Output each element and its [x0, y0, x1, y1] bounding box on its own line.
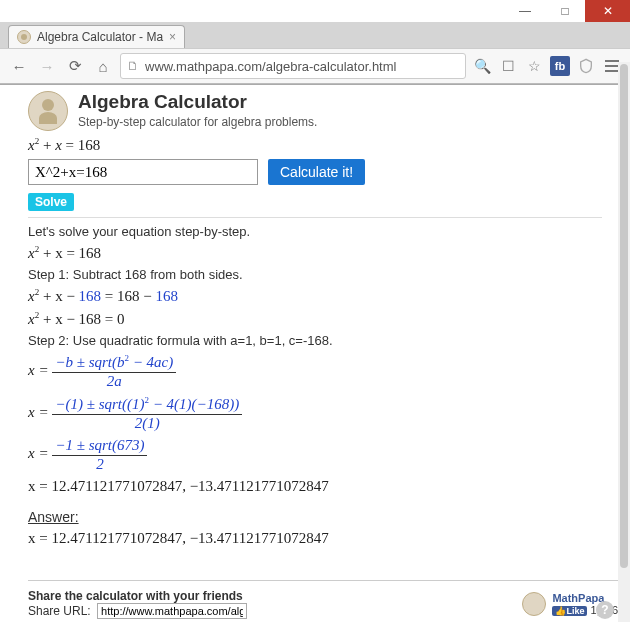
- titlebar: — □ ✕: [0, 0, 630, 22]
- dropdown-icon[interactable]: ☐: [498, 56, 518, 76]
- divider: [28, 217, 602, 218]
- eq-step-1: x2 + x = 168: [28, 244, 602, 262]
- facebook-extension-icon[interactable]: fb: [550, 56, 570, 76]
- like-button[interactable]: 👍Like: [552, 606, 587, 616]
- url-text: www.mathpapa.com/algebra-calculator.html: [145, 59, 459, 74]
- footer: Share the calculator with your friends S…: [28, 580, 618, 622]
- result: x = 12.471121771072847, −13.471121771072…: [28, 478, 602, 495]
- step1-label: Step 1: Subtract 168 from both sides.: [28, 267, 602, 282]
- share-block: Share the calculator with your friends S…: [28, 589, 247, 619]
- minimize-button[interactable]: —: [505, 0, 545, 22]
- calculate-button[interactable]: Calculate it!: [268, 159, 365, 185]
- equation-input[interactable]: [28, 159, 258, 185]
- solve-badge[interactable]: Solve: [28, 193, 74, 211]
- mathpapa-avatar-icon: [522, 592, 546, 616]
- browser-tab[interactable]: Algebra Calculator - Ma ×: [8, 25, 185, 48]
- eq-step-3: x2 + x − 168 = 0: [28, 310, 602, 328]
- step2-label: Step 2: Use quadratic formula with a=1, …: [28, 333, 602, 348]
- quadratic-formula: x = −b ± sqrt(b2 − 4ac)2a: [28, 353, 602, 390]
- share-url-input[interactable]: [97, 603, 247, 619]
- star-icon[interactable]: ☆: [524, 56, 544, 76]
- close-button[interactable]: ✕: [585, 0, 630, 22]
- forward-button[interactable]: →: [36, 55, 58, 77]
- tab-title: Algebra Calculator - Ma: [37, 30, 163, 44]
- help-button[interactable]: ?: [596, 601, 614, 619]
- page-header: Algebra Calculator Step-by-step calculat…: [28, 91, 602, 131]
- quadratic-simplified: x = −1 ± sqrt(673)2: [28, 437, 602, 473]
- window-chrome: — □ ✕ Algebra Calculator - Ma × ← → ⟳ ⌂ …: [0, 0, 630, 85]
- browser-toolbar: ← → ⟳ ⌂ 🗋 www.mathpapa.com/algebra-calcu…: [0, 48, 630, 84]
- eq-step-2: x2 + x − 168 = 168 − 168: [28, 287, 602, 305]
- intro-text: Let's solve your equation step-by-step.: [28, 224, 602, 239]
- answer-label: Answer:: [28, 509, 602, 525]
- answer: x = 12.471121771072847, −13.471121771072…: [28, 530, 602, 547]
- page-subtitle: Step-by-step calculator for algebra prob…: [78, 115, 317, 129]
- shield-icon[interactable]: [576, 56, 596, 76]
- zoom-icon[interactable]: 🔍: [472, 56, 492, 76]
- favicon-icon: [17, 30, 31, 44]
- tab-strip: Algebra Calculator - Ma ×: [0, 22, 630, 48]
- quadratic-substituted: x = −(1) ± sqrt((1)2 − 4(1)(−168))2(1): [28, 395, 602, 432]
- equation-display: x2 + x = 168: [28, 136, 602, 154]
- mathpapa-logo-icon: [28, 91, 68, 131]
- maximize-button[interactable]: □: [545, 0, 585, 22]
- page-content: Algebra Calculator Step-by-step calculat…: [0, 85, 630, 622]
- page-icon: 🗋: [127, 59, 139, 73]
- home-button[interactable]: ⌂: [92, 55, 114, 77]
- share-heading: Share the calculator with your friends: [28, 589, 243, 603]
- input-row: Calculate it!: [28, 159, 602, 185]
- tab-close-icon[interactable]: ×: [169, 30, 176, 44]
- back-button[interactable]: ←: [8, 55, 30, 77]
- reload-button[interactable]: ⟳: [64, 55, 86, 77]
- page-title: Algebra Calculator: [78, 91, 317, 113]
- share-label: Share URL:: [28, 604, 91, 618]
- address-bar[interactable]: 🗋 www.mathpapa.com/algebra-calculator.ht…: [120, 53, 466, 79]
